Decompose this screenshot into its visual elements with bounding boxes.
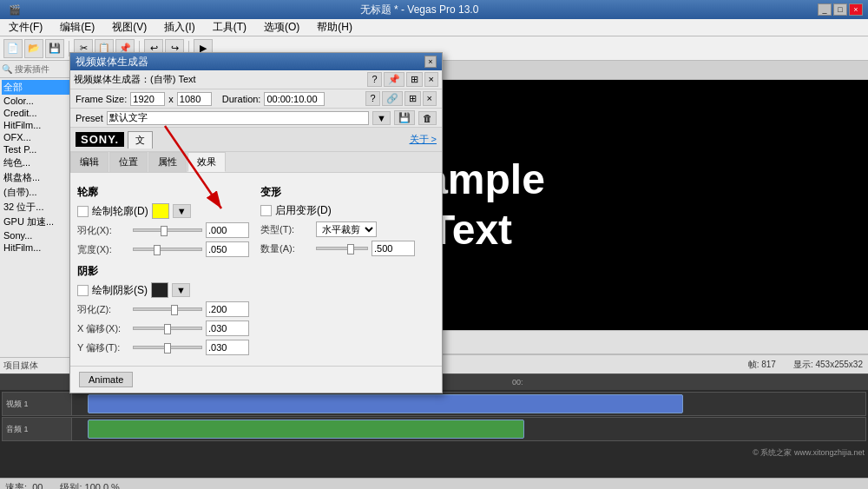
text-tab[interactable]: 文 [128, 131, 153, 149]
audio-track-content[interactable] [72, 418, 865, 440]
preset-down-button[interactable]: ▼ [372, 111, 391, 125]
frame-width-input[interactable] [130, 92, 165, 106]
feather-y-input[interactable] [206, 301, 249, 317]
watermark: © 系统之家 www.xitongzhijia.net [753, 447, 865, 459]
offset-y-thumb[interactable] [164, 343, 171, 354]
dialog-toolbar: 视频媒体生成器：(自带) Text ? 📌 ⊞ × [70, 70, 442, 89]
preset-input[interactable] [107, 111, 369, 125]
outline-width-input[interactable] [206, 241, 249, 257]
video-track-content[interactable] [72, 393, 865, 415]
menu-help[interactable]: 帮助(H) [312, 19, 358, 36]
tree-all[interactable]: 全部 [2, 80, 71, 95]
tree-sony2[interactable]: Sony... [2, 229, 71, 241]
frame-link-button[interactable]: 🔗 [382, 91, 403, 106]
menu-insert[interactable]: 插入(I) [159, 19, 200, 36]
feather-y-thumb[interactable] [171, 305, 178, 315]
video-clip[interactable] [88, 394, 683, 413]
enable-transform-checkbox[interactable] [260, 205, 272, 216]
feather-x-thumb[interactable] [161, 226, 168, 236]
tree-32bit[interactable]: 32 位于... [2, 200, 71, 215]
tree-hitfilm[interactable]: HitFilm... [2, 119, 71, 131]
amount-slider[interactable] [316, 247, 368, 250]
menu-view[interactable]: 视图(V) [107, 19, 152, 36]
amount-input[interactable] [372, 241, 415, 256]
menu-options[interactable]: 选项(O) [259, 19, 305, 36]
dialog-close2-button[interactable]: × [424, 72, 438, 87]
outline-color-picker[interactable] [152, 203, 169, 219]
menu-file[interactable]: 文件(F) [3, 19, 48, 36]
draw-outline-checkbox[interactable] [77, 206, 89, 217]
offset-x-row: X 偏移(X): [77, 320, 252, 336]
offset-x-slider[interactable] [133, 327, 202, 330]
preset-delete-button[interactable]: 🗑 [418, 111, 437, 125]
tree-ofx[interactable]: OFX... [2, 131, 71, 143]
tree-testP[interactable]: Test P... [2, 143, 71, 155]
outline-width-slider[interactable] [133, 248, 202, 251]
feather-x-slider[interactable] [133, 228, 202, 232]
tree-color[interactable]: Color... [2, 95, 71, 107]
tab-edit[interactable]: 编辑 [70, 152, 108, 172]
sony-header: SONY. 文 关于 > [70, 128, 442, 152]
offset-y-slider[interactable] [133, 346, 202, 349]
sony-logo: SONY. [76, 132, 124, 147]
video-track: 视频 1 [2, 392, 866, 416]
audio-clip[interactable] [88, 420, 524, 439]
transform-amount-label: 数量(A): [260, 242, 312, 255]
draw-outline-row: 绘制轮廓(D) ▼ [77, 203, 252, 219]
offset-x-thumb[interactable] [164, 324, 171, 334]
tree-gpu[interactable]: GPU 加速... [2, 215, 71, 229]
offset-y-row: Y 偏移(T): [77, 340, 252, 355]
rate-status: 速率: .00 [5, 481, 43, 489]
menu-edit[interactable]: 编辑(E) [55, 19, 100, 36]
outline-color-down[interactable]: ▼ [173, 204, 191, 218]
audio-track-label: 音频 1 [3, 418, 72, 440]
tab-properties[interactable]: 属性 [148, 152, 187, 172]
save-button[interactable]: 💾 [45, 39, 64, 58]
dialog-close-button[interactable]: × [424, 56, 437, 68]
dialog-help-button[interactable]: ? [367, 72, 381, 87]
tab-position[interactable]: 位置 [109, 152, 148, 172]
frame-height-input[interactable] [177, 92, 212, 106]
feather-x-input[interactable] [206, 222, 249, 238]
app-icon: 🎬 [5, 4, 21, 16]
effects-two-cols: 轮廓 绘制轮廓(D) ▼ 羽化(X): [77, 180, 435, 359]
frame-expand-button[interactable]: ⊞ [404, 91, 421, 106]
frame-size-row: Frame Size: x Duration: ? 🔗 ⊞ × [70, 89, 442, 109]
tree-credit[interactable]: Credit... [2, 107, 71, 119]
dialog-pin-button[interactable]: 📌 [384, 72, 404, 87]
minimize-button[interactable]: _ [818, 3, 832, 16]
duration-input[interactable] [264, 92, 325, 106]
tab-effects[interactable]: 效果 [187, 152, 226, 172]
new-button[interactable]: 📄 [3, 39, 23, 58]
offset-x-input[interactable] [206, 320, 249, 336]
preset-save-button[interactable]: 💾 [394, 110, 415, 125]
tree-hitfilm2[interactable]: HitFilm... [2, 241, 71, 254]
shadow-color-picker[interactable] [151, 282, 168, 298]
draw-shadow-checkbox[interactable] [77, 285, 89, 296]
amount-thumb[interactable] [347, 244, 354, 254]
video-generator-dialog[interactable]: 视频媒体生成器 × 视频媒体生成器：(自带) Text ? 📌 ⊞ × Fram… [69, 52, 443, 393]
frame-close3-button[interactable]: × [423, 91, 437, 106]
animate-button[interactable]: Animate [79, 372, 133, 387]
animate-row: Animate [70, 366, 442, 393]
tree-pure[interactable]: 纯色... [2, 155, 71, 170]
dialog-expand-button[interactable]: ⊞ [406, 72, 423, 87]
search-box[interactable]: 🔍 搜索插件 [0, 61, 73, 78]
feather-y-row: 羽化(Z): [77, 301, 252, 317]
frame-size-label: Frame Size: [76, 94, 127, 104]
tree-chess[interactable]: 棋盘格... [2, 170, 71, 185]
frame-help-button[interactable]: ? [365, 91, 379, 106]
tree-builtin[interactable]: (自带)... [2, 185, 71, 200]
about-link[interactable]: 关于 > [410, 133, 437, 146]
outline-width-thumb[interactable] [154, 245, 161, 255]
outline-section-header: 轮廓 [77, 185, 252, 200]
open-button[interactable]: 📂 [24, 39, 43, 58]
close-button[interactable]: × [849, 3, 863, 16]
maximize-button[interactable]: □ [833, 3, 847, 16]
feather-y-slider[interactable] [133, 307, 202, 311]
transform-type-select[interactable]: 水平裁剪 [316, 221, 377, 237]
menu-tools[interactable]: 工具(T) [207, 19, 252, 36]
shadow-color-down[interactable]: ▼ [172, 283, 190, 297]
feather-y-label: 羽化(Z): [77, 303, 129, 316]
offset-y-input[interactable] [206, 340, 249, 355]
